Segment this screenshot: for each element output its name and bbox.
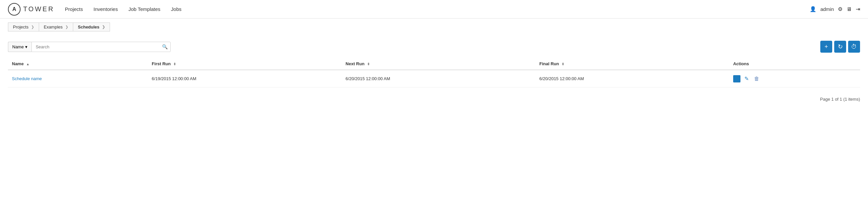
schedules-table: Name ▲ First Run ⇕ Next Run ⇕ Final Run … (8, 58, 860, 88)
nav-job-templates[interactable]: Job Templates (128, 6, 160, 12)
pagination-text: Page 1 of 1 (1 items) (820, 97, 860, 102)
delete-button[interactable]: 🗑 (753, 74, 761, 83)
col-name: Name ▲ (8, 58, 148, 70)
toolbar: Name ▾ 🔍 + ↻ ⏱ (8, 41, 860, 53)
sort-name-icon[interactable]: ▲ (26, 62, 30, 66)
logo-area: A TOWER (8, 3, 54, 15)
schedule-name-link[interactable]: Schedule name (12, 76, 42, 81)
nav-right: 👤 admin ⚙ 🖥 ⇥ (810, 6, 860, 12)
filter-dropdown[interactable]: Name ▾ (8, 42, 31, 52)
main-nav: Projects Inventories Job Templates Jobs (65, 6, 810, 12)
search-input[interactable] (34, 42, 162, 52)
col-actions: Actions (729, 58, 860, 70)
refresh-icon: ↻ (838, 43, 843, 50)
breadcrumb-arrow-2: ❯ (65, 25, 68, 29)
table-header-row: Name ▲ First Run ⇕ Next Run ⇕ Final Run … (8, 58, 860, 70)
cell-first-run: 6/19/2015 12:00:00 AM (148, 70, 342, 88)
breadcrumb-projects[interactable]: Projects ❯ (8, 23, 39, 31)
plus-icon: + (825, 43, 828, 50)
breadcrumb-examples[interactable]: Examples ❯ (39, 23, 73, 31)
search-area: Name ▾ 🔍 (8, 42, 170, 52)
cell-name: Schedule name (8, 70, 148, 88)
nav-jobs[interactable]: Jobs (171, 6, 182, 12)
add-button[interactable]: + (820, 41, 832, 53)
logo-icon: A (8, 3, 21, 15)
sort-first-run-icon[interactable]: ⇕ (173, 62, 176, 66)
breadcrumb-schedules: Schedules ❯ (73, 23, 110, 31)
edit-button[interactable]: ✎ (743, 74, 750, 83)
cell-final-run: 6/20/2015 12:00:00 AM (535, 70, 729, 88)
search-icon: 🔍 (162, 44, 168, 49)
refresh-button[interactable]: ↻ (834, 41, 846, 53)
user-icon: 👤 (810, 6, 816, 12)
table-row: Schedule name 6/19/2015 12:00:00 AM 6/20… (8, 70, 860, 88)
sort-next-run-icon[interactable]: ⇕ (367, 62, 370, 66)
pagination: Page 1 of 1 (1 items) (0, 93, 868, 106)
cell-next-run: 6/20/2015 12:00:00 AM (342, 70, 535, 88)
logo-text: TOWER (23, 5, 54, 13)
col-next-run: Next Run ⇕ (342, 58, 535, 70)
nav-projects[interactable]: Projects (65, 6, 83, 12)
top-nav: A TOWER Projects Inventories Job Templat… (0, 0, 868, 19)
action-buttons: + ↻ ⏱ (820, 41, 860, 53)
clock-icon: ⏱ (851, 43, 857, 50)
nav-inventories[interactable]: Inventories (93, 6, 118, 12)
row-actions: ✎ 🗑 (733, 74, 856, 83)
toggle-button[interactable] (733, 75, 740, 82)
cell-actions: ✎ 🗑 (729, 70, 860, 88)
sort-final-run-icon[interactable]: ⇕ (562, 62, 564, 66)
chevron-down-icon: ▾ (25, 44, 28, 49)
breadcrumb-arrow-1: ❯ (31, 25, 34, 29)
filter-label: Name (12, 44, 24, 49)
username[interactable]: admin (820, 6, 834, 12)
logout-icon[interactable]: ⇥ (856, 6, 860, 12)
search-input-wrap: 🔍 (31, 42, 170, 52)
settings-icon[interactable]: ⚙ (838, 6, 842, 12)
monitor-icon[interactable]: 🖥 (846, 6, 852, 12)
breadcrumb-arrow-3: ❯ (102, 25, 105, 29)
col-first-run: First Run ⇕ (148, 58, 342, 70)
main-content: Name ▾ 🔍 + ↻ ⏱ Name ▲ (0, 35, 868, 93)
breadcrumb: Projects ❯ Examples ❯ Schedules ❯ (0, 19, 868, 35)
schedule-button[interactable]: ⏱ (848, 41, 860, 53)
col-final-run: Final Run ⇕ (535, 58, 729, 70)
